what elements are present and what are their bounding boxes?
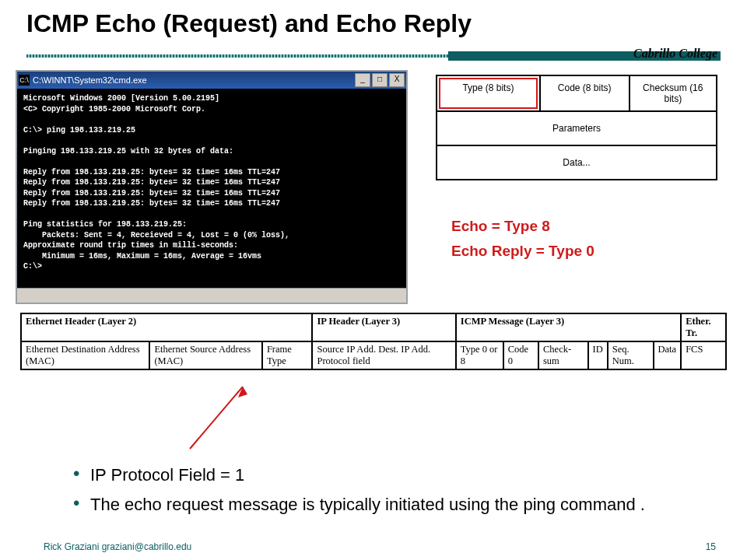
packet-trailer-header: Ether. Tr. bbox=[681, 313, 726, 341]
echo-reply-type-0: Echo Reply = Type 0 bbox=[451, 239, 594, 264]
packet-icmp-checksum: Check-sum bbox=[538, 341, 588, 369]
packet-icmp-data: Data bbox=[654, 341, 682, 369]
divider bbox=[26, 50, 721, 62]
packet-icmp-type: Type 0 or 8 bbox=[456, 341, 503, 369]
bullet-list: IP Protocol Field = 1 The echo request m… bbox=[42, 464, 700, 523]
icmp-checksum-cell: Checksum (16 bits) bbox=[630, 75, 717, 111]
svg-line-0 bbox=[190, 387, 243, 449]
slide: ICMP Echo (Request) and Echo Reply Cabri… bbox=[0, 0, 747, 560]
footer-page-number: 15 bbox=[706, 541, 716, 552]
echo-type-8: Echo = Type 8 bbox=[451, 214, 594, 239]
cmd-window-title: C:\WINNT\System32\cmd.exe bbox=[33, 75, 147, 85]
cmd-titlebar: C:\ C:\WINNT\System32\cmd.exe _ □ X bbox=[17, 72, 406, 89]
cmd-icon: C:\ bbox=[19, 75, 30, 86]
close-button[interactable]: X bbox=[389, 73, 405, 87]
icmp-data-cell: Data... bbox=[437, 145, 717, 180]
icmp-parameters-cell: Parameters bbox=[437, 111, 717, 145]
table-row: Ethernet Header (Layer 2) IP Header (Lay… bbox=[21, 313, 726, 341]
cmd-statusbar bbox=[17, 288, 406, 303]
packet-table: Ethernet Header (Layer 2) IP Header (Lay… bbox=[20, 313, 727, 370]
footer-author: Rick Graziani graziani@cabrillo.edu bbox=[44, 541, 191, 552]
icmp-type-cell: Type (8 bits) bbox=[437, 75, 540, 111]
packet-icmp-id: ID bbox=[588, 341, 608, 369]
packet-icmp-header: ICMP Message (Layer 3) bbox=[456, 313, 681, 341]
icmp-type-label: Type (8 bits) bbox=[462, 82, 514, 93]
brand-label: Cabrillo College bbox=[633, 47, 717, 61]
table-row: Ethernet Destination Address (MAC) Ether… bbox=[21, 341, 726, 369]
packet-ip-header: IP Header (Layer 3) bbox=[312, 313, 455, 341]
slide-title: ICMP Echo (Request) and Echo Reply bbox=[26, 9, 472, 38]
icmp-header-diagram: Type (8 bits) Code (8 bits) Checksum (16… bbox=[436, 75, 717, 180]
packet-icmp-seq: Seq. Num. bbox=[608, 341, 654, 369]
icmp-code-cell: Code (8 bits) bbox=[540, 75, 630, 111]
packet-eth-header: Ethernet Header (Layer 2) bbox=[21, 313, 312, 341]
packet-fcs: FCS bbox=[681, 341, 726, 369]
packet-frame-type: Frame Type bbox=[262, 341, 313, 369]
minimize-button[interactable]: _ bbox=[355, 73, 370, 87]
packet-eth-src: Ethernet Source Address (MAC) bbox=[149, 341, 261, 369]
svg-marker-1 bbox=[238, 387, 247, 397]
maximize-button[interactable]: □ bbox=[372, 73, 388, 87]
packet-eth-dst: Ethernet Destination Address (MAC) bbox=[21, 341, 149, 369]
packet-ip-fields: Source IP Add. Dest. IP Add. Protocol fi… bbox=[312, 341, 455, 369]
bullet-item: The echo request message is typically in… bbox=[73, 494, 700, 516]
bullet-item: IP Protocol Field = 1 bbox=[73, 464, 700, 486]
echo-note: Echo = Type 8 Echo Reply = Type 0 bbox=[451, 214, 594, 264]
cmd-window: C:\ C:\WINNT\System32\cmd.exe _ □ X Micr… bbox=[16, 70, 408, 304]
packet-icmp-code: Code 0 bbox=[503, 341, 538, 369]
cmd-body: Microsoft Windows 2000 [Version 5.00.219… bbox=[17, 89, 406, 288]
